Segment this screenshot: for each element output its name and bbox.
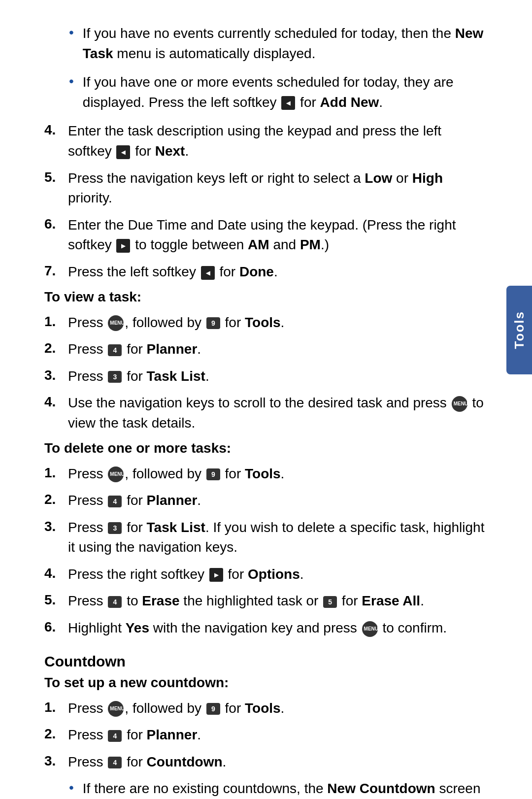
delete-step-2: 2. Press 4 for Planner.	[44, 491, 488, 511]
countdown-step-1-content: Press MENUOK, followed by 9 for Tools.	[68, 699, 488, 719]
step-5-content: Press the navigation keys left or right …	[68, 168, 488, 208]
countdown-title: Countdown	[44, 653, 488, 670]
delete-step-3: 3. Press 3 for Task List. If you wish to…	[44, 518, 488, 558]
delete-step-5-content: Press 4 to Erase the highlighted task or…	[68, 591, 488, 611]
key-5-icon: 5	[323, 596, 337, 608]
step-5: 5. Press the navigation keys left or rig…	[44, 168, 488, 208]
view-step-3-content: Press 3 for Task List.	[68, 366, 488, 387]
softkey-left-icon: ◀	[281, 96, 295, 110]
delete-step-1-label: 1.	[44, 465, 68, 481]
countdown-steps: 1. Press MENUOK, followed by 9 for Tools…	[44, 699, 488, 772]
delete-step-6: 6. Highlight Yes with the navigation key…	[44, 618, 488, 638]
key-4-icon-4: 4	[108, 730, 122, 742]
top-bullets: • If you have no events currently schedu…	[44, 24, 488, 112]
delete-step-5-label: 5.	[44, 592, 68, 608]
view-step-2: 2. Press 4 for Planner.	[44, 339, 488, 360]
key-9-icon-2: 9	[206, 468, 220, 480]
bold-new-countdown: New Countdown	[327, 781, 435, 796]
bold-erase-all: Erase All	[362, 593, 420, 608]
view-step-1-label: 1.	[44, 314, 68, 330]
menu-key-icon-3: MENUOK	[108, 466, 124, 482]
bold-high: High	[412, 170, 443, 186]
bold-planner-1: Planner	[147, 341, 198, 357]
menu-key-icon-4: MENUOK	[362, 621, 378, 637]
bold-done: Done	[239, 264, 274, 279]
view-task-steps: 1. Press MENUOK, followed by 9 for Tools…	[44, 313, 488, 433]
bullet-item-2: • If you have one or more events schedul…	[69, 72, 488, 112]
bullet-dot-1: •	[69, 25, 74, 40]
step4-softkey-icon: ◀	[116, 145, 130, 159]
countdown-step-3: 3. Press 4 for Countdown.	[44, 752, 488, 772]
delete-step-3-label: 3.	[44, 519, 68, 534]
step-4: 4. Enter the task description using the …	[44, 121, 488, 161]
view-step-2-label: 2.	[44, 340, 68, 356]
menu-key-icon: MENUOK	[108, 315, 124, 331]
countdown-bullet-dot: •	[69, 780, 74, 796]
delete-step-4: 4. Press the right softkey ▶ for Options…	[44, 565, 488, 585]
key-9-icon: 9	[206, 317, 220, 329]
side-tab: Tools	[506, 286, 532, 374]
key-3-icon-1: 3	[108, 371, 122, 383]
delete-step-2-label: 2.	[44, 492, 68, 507]
view-step-3: 3. Press 3 for Task List.	[44, 366, 488, 387]
steps-4-7: 4. Enter the task description using the …	[44, 121, 488, 282]
bold-planner-2: Planner	[147, 493, 198, 508]
bold-tools-1: Tools	[245, 315, 281, 330]
delete-step-6-label: 6.	[44, 619, 68, 635]
view-task-heading: To view a task:	[44, 289, 488, 305]
bullet-text-2: If you have one or more events scheduled…	[83, 72, 488, 112]
delete-step-1: 1. Press MENUOK, followed by 9 for Tools…	[44, 464, 488, 484]
delete-step-6-content: Highlight Yes with the navigation key an…	[68, 618, 488, 638]
bullet-text-1: If you have no events currently schedule…	[83, 24, 488, 64]
key-4-icon-5: 4	[108, 757, 122, 768]
countdown-step-3-content: Press 4 for Countdown.	[68, 752, 488, 772]
countdown-step-2: 2. Press 4 for Planner.	[44, 725, 488, 745]
step-5-label: 5.	[44, 169, 68, 185]
step7-softkey-icon: ◀	[201, 266, 215, 280]
delete-step-2-content: Press 4 for Planner.	[68, 491, 488, 511]
bold-planner-3: Planner	[147, 727, 198, 742]
view-step-1: 1. Press MENUOK, followed by 9 for Tools…	[44, 313, 488, 333]
step-7-content: Press the left softkey ◀ for Done.	[68, 262, 488, 282]
bold-countdown: Countdown	[147, 754, 223, 769]
bold-low: Low	[365, 170, 392, 186]
bold-options: Options	[248, 566, 300, 582]
step-4-label: 4.	[44, 122, 68, 138]
delete-tasks-heading: To delete one or more tasks:	[44, 440, 488, 456]
key-4-icon-1: 4	[108, 344, 122, 356]
key-4-icon-3: 4	[108, 596, 122, 608]
view-step-4-label: 4.	[44, 394, 68, 410]
key-3-icon-2: 3	[108, 522, 122, 534]
delete-step-3-content: Press 3 for Task List. If you wish to de…	[68, 518, 488, 558]
key-4-icon-2: 4	[108, 496, 122, 507]
bold-next: Next	[155, 143, 185, 159]
page-content: • If you have no events currently schedu…	[0, 0, 532, 799]
countdown-step-2-label: 2.	[44, 726, 68, 742]
countdown-bullets: • If there are no existing countdowns, t…	[44, 779, 488, 799]
delete-task-steps: 1. Press MENUOK, followed by 9 for Tools…	[44, 464, 488, 638]
countdown-step-1: 1. Press MENUOK, followed by 9 for Tools…	[44, 699, 488, 719]
bullet-item-1: • If you have no events currently schedu…	[69, 24, 488, 64]
del-step4-softkey-icon: ▶	[209, 568, 223, 582]
countdown-bullet-text: If there are no existing countdowns, the…	[83, 779, 488, 799]
view-step-4: 4. Use the navigation keys to scroll to …	[44, 393, 488, 433]
countdown-subheading: To set up a new countdown:	[44, 675, 488, 691]
countdown-step-2-content: Press 4 for Planner.	[68, 725, 488, 745]
bold-new-task: New Task	[83, 26, 484, 61]
section-delete-tasks: To delete one or more tasks: 1. Press ME…	[44, 440, 488, 638]
bullet-dot-2: •	[69, 73, 74, 89]
countdown-step-1-label: 1.	[44, 699, 68, 715]
bold-am: AM	[248, 237, 269, 252]
view-step-4-content: Use the navigation keys to scroll to the…	[68, 393, 488, 433]
bold-tools-2: Tools	[245, 466, 281, 481]
bold-pm: PM	[300, 237, 321, 252]
countdown-bullet-1: • If there are no existing countdowns, t…	[69, 779, 488, 799]
step-7: 7. Press the left softkey ◀ for Done.	[44, 262, 488, 282]
side-tab-label: Tools	[512, 311, 527, 349]
bold-erase: Erase	[142, 593, 179, 608]
step-4-content: Enter the task description using the key…	[68, 121, 488, 161]
bold-task-list-2: Task List	[147, 520, 205, 535]
step6-softkey-icon: ▶	[116, 239, 130, 253]
step-6-label: 6.	[44, 216, 68, 232]
section-countdown: Countdown To set up a new countdown: 1. …	[44, 653, 488, 799]
